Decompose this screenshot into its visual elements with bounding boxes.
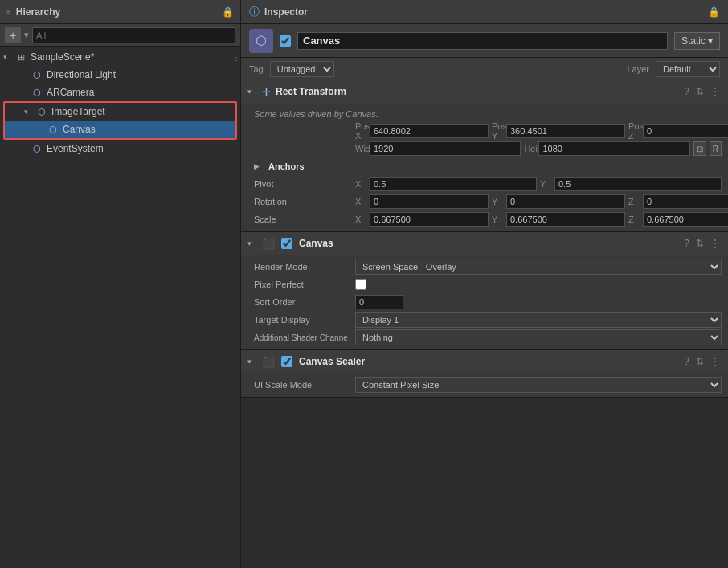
add-object-button[interactable]: + xyxy=(5,27,21,43)
anchors-arrow-icon: ▶ xyxy=(254,162,264,170)
constrain-proportions-button[interactable]: ⊡ xyxy=(693,141,706,156)
wh-row: Width Height ⊡ R xyxy=(241,140,728,157)
cs-enabled-checkbox[interactable] xyxy=(281,356,292,367)
pivot-y-input[interactable] xyxy=(554,177,722,191)
canvas-scaler-header[interactable]: ▾ ⬛ Canvas Scaler ? ⇅ ⋮ xyxy=(241,350,728,373)
width-label: Width xyxy=(355,144,366,153)
cs-menu-button[interactable]: ⋮ xyxy=(709,356,722,367)
cs-section-btns: ? ⇅ ⋮ xyxy=(682,356,722,367)
scale-x-input[interactable] xyxy=(370,212,489,227)
pos-y-label: Pos Y xyxy=(492,121,503,141)
arcamera-item[interactable]: ⬡ ARCamera xyxy=(0,84,240,101)
cs-icon: ⬛ xyxy=(262,356,275,368)
hierarchy-panel: ≡ Hierarchy 🔒 + ▾ ▾ ⊞ SampleScene* ⋮ ⬡ D… xyxy=(0,0,241,568)
rt-menu-button[interactable]: ⋮ xyxy=(709,86,722,97)
scale-y-input[interactable] xyxy=(506,212,625,227)
scene-label: SampleScene* xyxy=(31,51,94,63)
sort-order-label: Sort Order xyxy=(254,297,350,307)
rt-move-icon: ✛ xyxy=(262,86,271,98)
hierarchy-toolbar: + ▾ xyxy=(0,24,240,47)
pivot-x-input[interactable] xyxy=(370,177,537,191)
layer-label: Layer xyxy=(627,64,649,74)
ui-scale-mode-row: UI Scale Mode Constant Pixel Size xyxy=(241,376,728,394)
canvas-section-btns: ? ⇅ ⋮ xyxy=(682,238,722,249)
rt-align-button[interactable]: ⇅ xyxy=(694,86,706,97)
scale-row: Scale X Y Z xyxy=(241,210,728,228)
anchors-row[interactable]: ▶ Anchors xyxy=(241,157,728,175)
static-label: Static xyxy=(681,35,706,47)
anchors-label: Anchors xyxy=(268,161,365,171)
sort-order-row: Sort Order xyxy=(241,293,728,311)
cs-help-button[interactable]: ? xyxy=(682,356,691,367)
ui-scale-mode-label: UI Scale Mode xyxy=(254,380,350,390)
hierarchy-lock-icon[interactable]: 🔒 xyxy=(222,6,234,18)
rt-section-btns: ? ⇅ ⋮ xyxy=(682,86,722,97)
static-button[interactable]: Static ▾ xyxy=(674,32,720,50)
pivot-label: Pivot xyxy=(254,179,350,189)
canvas-section-header[interactable]: ▾ ⬛ Canvas ? ⇅ ⋮ xyxy=(241,232,728,255)
pivot-y-char: Y xyxy=(540,179,551,189)
rt-content: Some values driven by Canvas. Pos X Pos … xyxy=(241,103,728,231)
rect-transform-header[interactable]: ▾ ✛ Rect Transform ? ⇅ ⋮ xyxy=(241,80,728,103)
layer-select[interactable]: Default xyxy=(656,61,720,77)
rot-y-input[interactable] xyxy=(506,194,625,209)
arc-cube-icon: ⬡ xyxy=(31,86,43,99)
canvas-icon: ⬛ xyxy=(262,238,275,250)
scene-arrow-icon: ▾ xyxy=(3,53,14,61)
scale-group: X Y Z xyxy=(355,212,728,227)
canvas-section-title: Canvas xyxy=(299,238,677,249)
tag-layer-row: Tag Untagged Layer Default xyxy=(241,58,728,80)
object-name-input[interactable] xyxy=(297,32,668,50)
additional-shader-row: Additional Shader Channe Nothing xyxy=(241,329,728,346)
pos-row: Pos X Pos Y Pos Z xyxy=(241,122,728,140)
hierarchy-header: ≡ Hierarchy 🔒 xyxy=(0,0,240,24)
canvas-section: ▾ ⬛ Canvas ? ⇅ ⋮ Render Mode Screen Spac… xyxy=(241,232,728,350)
rot-z-input[interactable] xyxy=(643,194,728,209)
rt-help-button[interactable]: ? xyxy=(682,86,691,97)
rt-title: Rect Transform xyxy=(276,86,677,97)
canvas-help-button[interactable]: ? xyxy=(682,238,691,249)
render-mode-select[interactable]: Screen Space - Overlay xyxy=(355,259,722,275)
pos-x-input[interactable] xyxy=(370,124,489,138)
sort-order-input[interactable] xyxy=(355,295,403,309)
pivot-row: Pivot X Y xyxy=(241,175,728,193)
target-display-select[interactable]: Display 1 xyxy=(355,312,722,328)
canvas-cube-icon: ⬡ xyxy=(47,123,59,136)
inspector-lock-icon[interactable]: 🔒 xyxy=(708,6,720,18)
scene-menu-icon[interactable]: ⋮ xyxy=(232,53,240,62)
directional-light-item[interactable]: ⬡ Directional Light xyxy=(0,66,240,84)
canvas-menu-button[interactable]: ⋮ xyxy=(709,238,722,249)
width-input[interactable] xyxy=(370,141,521,156)
it-cube-icon: ⬡ xyxy=(35,105,48,118)
scene-item[interactable]: ▾ ⊞ SampleScene* ⋮ xyxy=(0,48,240,66)
target-display-label: Target Display xyxy=(254,315,350,325)
height-input[interactable] xyxy=(538,141,689,156)
pos-y-input[interactable] xyxy=(506,124,625,138)
pivot-x-char: X xyxy=(355,179,366,189)
canvas-align-button[interactable]: ⇅ xyxy=(694,238,706,249)
canvas-item[interactable]: ⬡ Canvas xyxy=(5,121,235,138)
additional-shader-select[interactable]: Nothing xyxy=(355,329,722,345)
dl-cube-icon: ⬡ xyxy=(31,68,43,81)
scene-cube-icon: ⊞ xyxy=(14,51,27,63)
canvas-arrow-icon: ▾ xyxy=(247,239,257,247)
pos-xyz-group: Pos X Pos Y Pos Z xyxy=(355,121,728,141)
imagetarget-item[interactable]: ▾ ⬡ ImageTarget xyxy=(5,103,235,121)
canvas-enabled-checkbox[interactable] xyxy=(281,238,292,249)
scale-z-input[interactable] xyxy=(643,212,728,227)
rot-z-char: Z xyxy=(628,197,640,206)
rot-y-char: Y xyxy=(492,197,503,206)
tag-select[interactable]: Untagged xyxy=(270,61,334,77)
rot-x-input[interactable] xyxy=(370,194,489,209)
cs-arrow-icon: ▾ xyxy=(247,358,257,366)
ui-scale-mode-select[interactable]: Constant Pixel Size xyxy=(355,377,722,393)
scale-x-char: X xyxy=(355,215,366,224)
cs-align-button[interactable]: ⇅ xyxy=(694,356,706,367)
es-cube-icon: ⬡ xyxy=(31,142,43,155)
pos-z-input[interactable] xyxy=(643,124,728,138)
pixel-perfect-checkbox[interactable] xyxy=(355,279,366,290)
object-active-checkbox[interactable] xyxy=(280,35,291,47)
reset-rect-button[interactable]: R xyxy=(710,141,722,156)
hierarchy-search-input[interactable] xyxy=(32,27,235,43)
eventsystem-item[interactable]: ⬡ EventSystem xyxy=(0,140,240,157)
